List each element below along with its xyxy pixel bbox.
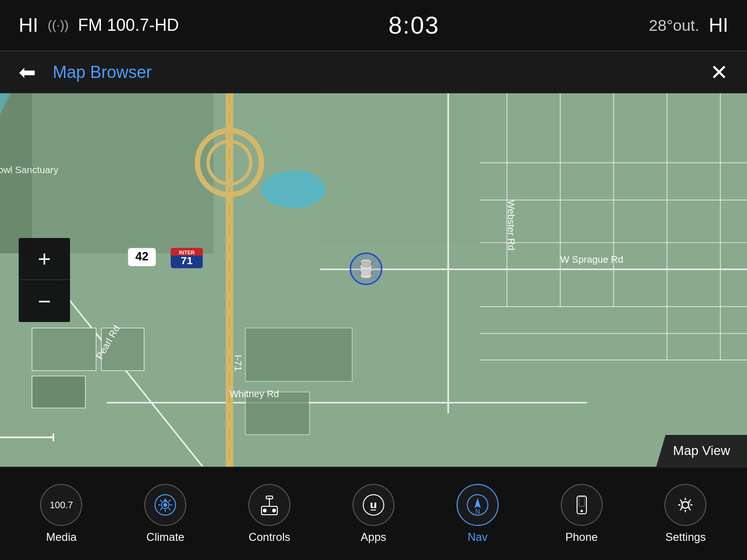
- media-icon: 100.7: [40, 484, 82, 526]
- svg-text:Whitney Rd: Whitney Rd: [229, 388, 279, 399]
- svg-text:42: 42: [135, 250, 148, 263]
- status-right-hi: HI: [709, 14, 728, 36]
- svg-point-5: [261, 171, 325, 208]
- svg-rect-50: [359, 262, 361, 266]
- zoom-controls: + −: [19, 238, 70, 322]
- svg-text:Webster Rd: Webster Rd: [506, 200, 517, 251]
- page-title: Map Browser: [53, 63, 152, 82]
- zoom-in-button[interactable]: +: [19, 238, 70, 280]
- settings-icon: [664, 484, 706, 526]
- climate-label: Climate: [147, 531, 184, 544]
- nav-item-media[interactable]: 100.7 Media: [40, 484, 82, 544]
- svg-text:c Waterfowl Sanctuary: c Waterfowl Sanctuary: [0, 164, 59, 175]
- controls-icon: [248, 484, 290, 526]
- apps-icon: u̲: [352, 484, 395, 526]
- bottom-nav: 100.7 Media Climate: [0, 467, 747, 560]
- status-bar: HI ((·)) FM 100.7-HD 8:03 28°out. HI: [0, 0, 747, 51]
- apps-label: Apps: [361, 531, 387, 544]
- controls-label: Controls: [248, 531, 290, 544]
- close-button[interactable]: ✕: [710, 60, 728, 85]
- phone-icon: [561, 484, 603, 526]
- nav-item-phone[interactable]: Phone: [561, 484, 603, 544]
- svg-line-63: [169, 508, 170, 510]
- status-left-hi: HI: [19, 14, 38, 36]
- svg-line-62: [160, 508, 162, 510]
- svg-rect-51: [371, 262, 373, 266]
- svg-point-56: [163, 503, 167, 507]
- svg-marker-72: [474, 498, 481, 508]
- radio-icon: ((·)): [48, 18, 69, 33]
- svg-rect-75: [579, 497, 585, 506]
- back-button[interactable]: ⬅: [19, 60, 36, 84]
- svg-rect-28: [32, 376, 85, 408]
- nav-item-apps[interactable]: u̲ Apps: [352, 484, 395, 544]
- svg-text:71: 71: [181, 254, 193, 266]
- phone-label: Phone: [565, 531, 598, 544]
- svg-rect-53: [371, 271, 373, 275]
- nav-header: ⬅ Map Browser ✕: [0, 51, 747, 93]
- svg-rect-52: [359, 271, 361, 275]
- status-temp: 28°out.: [649, 16, 699, 35]
- svg-line-60: [160, 500, 162, 502]
- svg-text:u̲: u̲: [370, 499, 377, 511]
- status-time: 8:03: [388, 12, 439, 39]
- nav-item-climate[interactable]: Climate: [144, 484, 186, 544]
- radio-text: FM 100.7-HD: [78, 15, 179, 35]
- svg-line-61: [169, 500, 170, 502]
- svg-text:N: N: [475, 508, 480, 515]
- zoom-out-button[interactable]: −: [19, 280, 70, 322]
- svg-rect-49: [361, 269, 371, 276]
- car-position-indicator: [350, 252, 382, 285]
- svg-point-77: [682, 502, 689, 508]
- media-label: Media: [46, 531, 77, 544]
- svg-rect-48: [361, 261, 371, 267]
- climate-icon: [144, 484, 186, 526]
- map-container[interactable]: c Waterfowl Sanctuary Webster Rd W Sprag…: [0, 93, 747, 467]
- svg-point-67: [263, 509, 267, 512]
- svg-point-68: [272, 509, 276, 512]
- nav-item-settings[interactable]: Settings: [664, 484, 706, 544]
- svg-rect-29: [246, 328, 352, 381]
- svg-text:I-71: I-71: [233, 355, 244, 371]
- nav-icon: N: [457, 484, 499, 526]
- svg-rect-26: [32, 328, 96, 371]
- map-view-button[interactable]: Map View: [656, 435, 747, 467]
- svg-point-76: [580, 510, 583, 512]
- svg-text:W Sprague Rd: W Sprague Rd: [560, 254, 623, 265]
- svg-rect-66: [266, 496, 273, 499]
- svg-rect-3: [320, 93, 480, 243]
- nav-item-controls[interactable]: Controls: [248, 484, 290, 544]
- settings-label: Settings: [665, 531, 706, 544]
- nav-item-nav[interactable]: N Nav: [457, 484, 499, 544]
- nav-label: Nav: [467, 531, 487, 544]
